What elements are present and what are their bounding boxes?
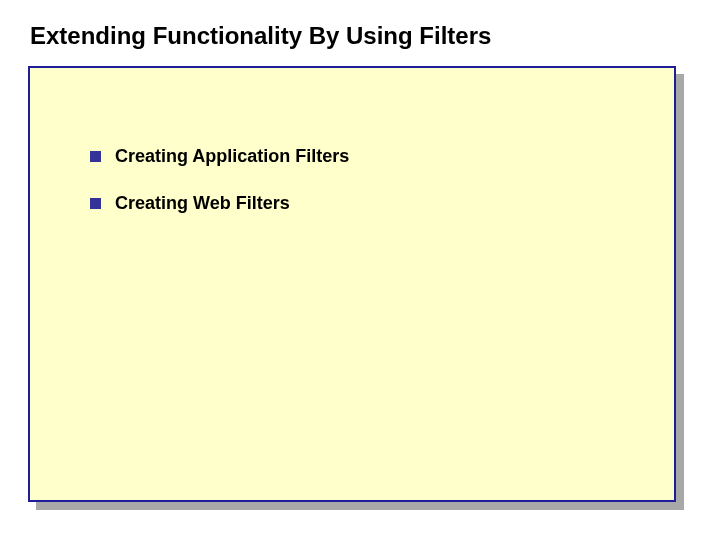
square-bullet-icon bbox=[90, 151, 101, 162]
content-box: Creating Application Filters Creating We… bbox=[28, 66, 676, 502]
list-item: Creating Web Filters bbox=[90, 193, 349, 214]
square-bullet-icon bbox=[90, 198, 101, 209]
bullet-label: Creating Application Filters bbox=[115, 146, 349, 167]
bullet-list: Creating Application Filters Creating We… bbox=[90, 146, 349, 240]
slide-title: Extending Functionality By Using Filters bbox=[30, 22, 491, 50]
list-item: Creating Application Filters bbox=[90, 146, 349, 167]
bullet-label: Creating Web Filters bbox=[115, 193, 290, 214]
